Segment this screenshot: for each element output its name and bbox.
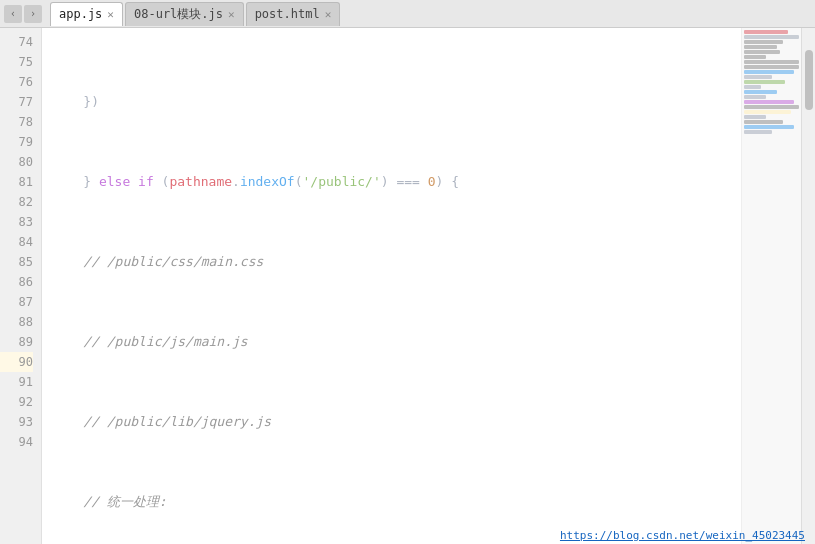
line-numbers: 74 75 76 77 78 79 80 81 82 83 84 85 86 8… <box>0 28 42 544</box>
tab-urlmodule[interactable]: 08-url模块.js ✕ <box>125 2 244 26</box>
tab-urlmodule-label: 08-url模块.js <box>134 6 223 23</box>
tab-posthtml[interactable]: post.html ✕ <box>246 2 341 26</box>
code-line-75: } else if (pathname.indexOf('/public/') … <box>52 172 741 192</box>
minimap-content <box>742 28 801 137</box>
tab-appjs-close[interactable]: ✕ <box>107 9 114 20</box>
tab-bar: ‹ › app.js ✕ 08-url模块.js ✕ post.html ✕ <box>0 0 815 28</box>
tab-urlmodule-close[interactable]: ✕ <box>228 9 235 20</box>
code-area: 74 75 76 77 78 79 80 81 82 83 84 85 86 8… <box>0 28 815 544</box>
code-line-77: // /public/js/main.js <box>52 332 741 352</box>
code-line-78: // /public/lib/jquery.js <box>52 412 741 432</box>
code-line-74: }) <box>52 92 741 112</box>
back-arrow[interactable]: ‹ <box>4 5 22 23</box>
code-line-79: // 统一处理: <box>52 492 741 512</box>
tab-posthtml-close[interactable]: ✕ <box>325 9 332 20</box>
tab-appjs[interactable]: app.js ✕ <box>50 2 123 26</box>
code-line-76: // /public/css/main.css <box>52 252 741 272</box>
tab-posthtml-label: post.html <box>255 7 320 21</box>
bottom-watermark-url: https://blog.csdn.net/weixin_45023445 <box>560 529 805 542</box>
minimap <box>741 28 801 544</box>
nav-arrows: ‹ › <box>4 5 44 23</box>
scrollbar-right[interactable] <box>801 28 815 544</box>
forward-arrow[interactable]: › <box>24 5 42 23</box>
editor-container: ‹ › app.js ✕ 08-url模块.js ✕ post.html ✕ 7… <box>0 0 815 544</box>
code-content[interactable]: }) } else if (pathname.indexOf('/public/… <box>42 28 741 544</box>
scrollbar-thumb[interactable] <box>805 50 813 110</box>
tab-appjs-label: app.js <box>59 7 102 21</box>
